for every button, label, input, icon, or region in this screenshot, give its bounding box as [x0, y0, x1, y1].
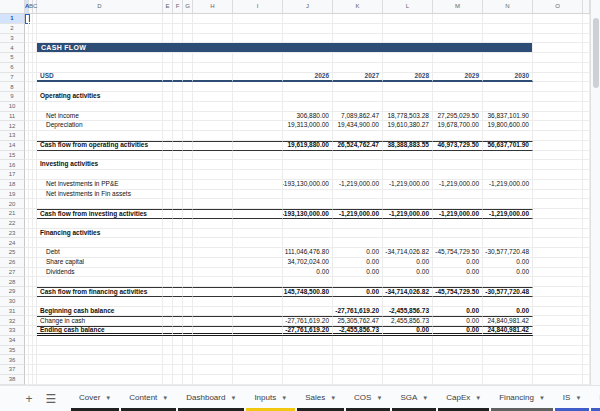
- cell[interactable]: [173, 258, 183, 268]
- row-header-1[interactable]: 1: [0, 14, 25, 24]
- cell[interactable]: [533, 365, 583, 375]
- cell[interactable]: [163, 307, 173, 317]
- cell[interactable]: [193, 375, 233, 385]
- cell[interactable]: [383, 82, 433, 92]
- cell[interactable]: [483, 53, 533, 63]
- cell[interactable]: [483, 365, 533, 375]
- value-cell[interactable]: 19,800,600.00: [483, 121, 533, 131]
- cell[interactable]: [163, 268, 173, 278]
- cell[interactable]: [173, 53, 183, 63]
- sheet-tab-sga[interactable]: SGA▼: [391, 386, 437, 411]
- value-cell[interactable]: 24,840,981.42: [483, 326, 533, 336]
- row-header-18[interactable]: 18: [0, 180, 25, 190]
- empty-cell[interactable]: [483, 229, 533, 239]
- cell[interactable]: [483, 375, 533, 385]
- row-label[interactable]: Depreciation: [37, 121, 163, 131]
- cell[interactable]: [333, 170, 383, 180]
- cell[interactable]: [163, 73, 173, 83]
- cell[interactable]: [173, 121, 183, 131]
- value-cell[interactable]: 36,837,101.90: [483, 112, 533, 122]
- cell[interactable]: [333, 63, 383, 73]
- cell[interactable]: [483, 199, 533, 209]
- cell[interactable]: [193, 326, 233, 336]
- cell[interactable]: [173, 316, 183, 326]
- cell[interactable]: [173, 14, 183, 24]
- cell[interactable]: [183, 82, 193, 92]
- cell[interactable]: [383, 199, 433, 209]
- cell[interactable]: [37, 151, 163, 161]
- cell[interactable]: [183, 238, 193, 248]
- cell[interactable]: [533, 190, 583, 200]
- cell[interactable]: [173, 73, 183, 83]
- cell[interactable]: [583, 121, 590, 131]
- cell[interactable]: [533, 355, 583, 365]
- cell[interactable]: [183, 229, 193, 239]
- cell[interactable]: [233, 170, 283, 180]
- cell[interactable]: [193, 102, 233, 112]
- cell[interactable]: [483, 277, 533, 287]
- value-cell[interactable]: -1,219,000.00: [383, 209, 433, 219]
- cell[interactable]: [433, 14, 483, 24]
- cell[interactable]: [583, 53, 590, 63]
- year-header[interactable]: 2029: [433, 73, 483, 83]
- cell[interactable]: [183, 258, 193, 268]
- cell[interactable]: [173, 131, 183, 141]
- row-header-19[interactable]: 19: [0, 190, 25, 200]
- cell[interactable]: [183, 141, 193, 151]
- cell[interactable]: [383, 297, 433, 307]
- cell[interactable]: [583, 268, 590, 278]
- cell[interactable]: [533, 336, 583, 346]
- cell[interactable]: [173, 229, 183, 239]
- empty-cell[interactable]: [433, 160, 483, 170]
- cell[interactable]: [163, 82, 173, 92]
- vertical-scrollbar-thumb[interactable]: [593, 18, 599, 88]
- value-cell[interactable]: 38,388,883.55: [383, 141, 433, 151]
- cell[interactable]: [433, 336, 483, 346]
- tab-menu-arrow-icon[interactable]: ▼: [105, 395, 111, 401]
- cell[interactable]: [433, 355, 483, 365]
- cell[interactable]: [183, 346, 193, 356]
- cell[interactable]: [37, 336, 163, 346]
- cell[interactable]: [283, 219, 333, 229]
- cell[interactable]: [383, 170, 433, 180]
- cell[interactable]: [233, 34, 283, 44]
- cell[interactable]: [533, 63, 583, 73]
- cell[interactable]: [233, 375, 283, 385]
- row-label[interactable]: Net investments in PP&E: [37, 180, 163, 190]
- row-label[interactable]: Change in cash: [37, 316, 163, 326]
- cell[interactable]: [233, 277, 283, 287]
- tab-menu-arrow-icon[interactable]: ▼: [475, 395, 481, 401]
- cell[interactable]: [37, 277, 163, 287]
- column-header-partial[interactable]: [583, 0, 590, 13]
- cell[interactable]: [333, 24, 383, 34]
- cell[interactable]: [193, 229, 233, 239]
- row-label[interactable]: Net income: [37, 112, 163, 122]
- cell[interactable]: [483, 131, 533, 141]
- row-header-34[interactable]: 34: [0, 336, 25, 346]
- cell[interactable]: [383, 102, 433, 112]
- cell[interactable]: [233, 346, 283, 356]
- cell[interactable]: [233, 248, 283, 258]
- cell[interactable]: [183, 199, 193, 209]
- cell[interactable]: [333, 238, 383, 248]
- cell[interactable]: [483, 170, 533, 180]
- cell[interactable]: [383, 24, 433, 34]
- empty-cell[interactable]: [283, 160, 333, 170]
- row-label[interactable]: Financing activities: [37, 229, 163, 239]
- cell[interactable]: [333, 277, 383, 287]
- cell[interactable]: [333, 375, 383, 385]
- column-header-I[interactable]: I: [233, 0, 283, 13]
- cell[interactable]: [383, 238, 433, 248]
- tab-menu-arrow-icon[interactable]: ▼: [376, 395, 382, 401]
- sheet-tab-dashboard[interactable]: Dashboard▼: [177, 386, 245, 411]
- cell[interactable]: [583, 297, 590, 307]
- cell[interactable]: [173, 34, 183, 44]
- cell[interactable]: [583, 307, 590, 317]
- value-cell[interactable]: 0.00: [383, 258, 433, 268]
- cell[interactable]: [233, 355, 283, 365]
- cell[interactable]: [483, 238, 533, 248]
- cell[interactable]: [193, 180, 233, 190]
- cell[interactable]: [233, 141, 283, 151]
- cell[interactable]: [483, 219, 533, 229]
- cell[interactable]: [583, 238, 590, 248]
